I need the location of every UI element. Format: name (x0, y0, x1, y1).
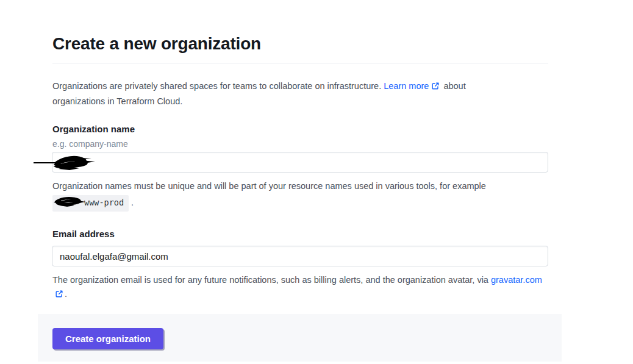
org-name-help: Organization names must be unique and wi… (52, 179, 548, 212)
org-name-label: Organization name (52, 124, 135, 134)
intro-text: Organizations are privately shared space… (52, 81, 384, 91)
learn-more-link[interactable]: Learn more (384, 81, 441, 91)
email-input[interactable] (52, 246, 548, 266)
email-label: Email address (52, 229, 115, 239)
redaction-scribble-small (56, 198, 84, 207)
org-name-hint: e.g. company-name (52, 139, 128, 149)
external-link-icon (55, 288, 63, 302)
external-link-icon (431, 80, 440, 95)
form-footer: Create organization (38, 314, 562, 362)
org-name-input[interactable] (52, 152, 548, 173)
page-title: Create a new organization (52, 34, 261, 54)
email-help: The organization email is used for any f… (52, 273, 553, 302)
resource-name-example: www-prod (52, 195, 129, 212)
intro-paragraph: Organizations are privately shared space… (52, 79, 516, 109)
title-divider (52, 63, 548, 63)
create-organization-button[interactable]: Create organization (52, 328, 163, 349)
